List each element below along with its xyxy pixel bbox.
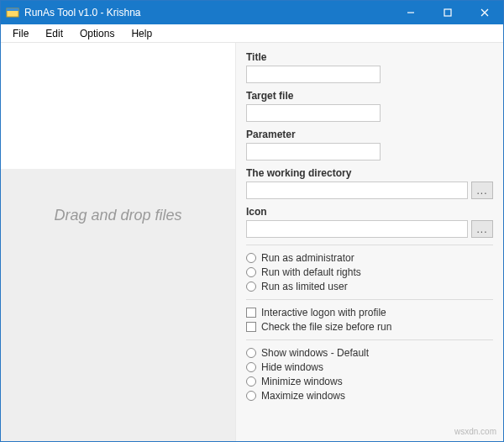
- drop-zone[interactable]: Drag and drop files: [1, 169, 235, 441]
- radio-icon: [246, 376, 256, 387]
- icon-label: Icon: [246, 206, 493, 218]
- app-icon: [6, 6, 19, 19]
- field-parameter: Parameter: [246, 129, 493, 160]
- radio-maximize-windows[interactable]: Maximize windows: [246, 390, 493, 402]
- field-target: Target file: [246, 90, 493, 122]
- parameter-input[interactable]: [246, 143, 381, 160]
- radio-icon: [246, 362, 256, 372]
- title-input[interactable]: [246, 66, 381, 83]
- svg-rect-3: [444, 9, 451, 16]
- workdir-label: The working directory: [246, 167, 493, 179]
- window-title: RunAs Tool v1.0 - Krishna: [24, 7, 392, 18]
- radio-label: Minimize windows: [261, 376, 343, 387]
- radio-label: Run with default rights: [261, 266, 361, 278]
- radio-icon: [246, 348, 256, 358]
- titlebar[interactable]: RunAs Tool v1.0 - Krishna: [1, 1, 503, 24]
- separator: [246, 245, 493, 245]
- radio-label: Run as limited user: [261, 281, 348, 292]
- radio-show-windows[interactable]: Show windows - Default: [246, 347, 493, 359]
- check-filesize[interactable]: Check the file size before run: [246, 321, 493, 333]
- radio-hide-windows[interactable]: Hide windows: [246, 361, 493, 373]
- file-list[interactable]: [1, 43, 235, 169]
- radio-icon: [246, 282, 256, 292]
- title-label: Title: [246, 51, 493, 63]
- radio-icon: [246, 267, 256, 277]
- icon-input[interactable]: [246, 220, 468, 238]
- menu-file[interactable]: File: [4, 26, 37, 41]
- field-workdir: The working directory ...: [246, 167, 493, 199]
- maximize-button[interactable]: [429, 1, 466, 24]
- svg-rect-1: [7, 8, 18, 11]
- separator: [246, 299, 493, 300]
- target-label: Target file: [246, 90, 493, 102]
- radio-run-default[interactable]: Run with default rights: [246, 266, 493, 278]
- field-icon: Icon ...: [246, 206, 493, 238]
- target-input[interactable]: [246, 104, 381, 122]
- checkbox-icon: [246, 322, 256, 332]
- workdir-browse-button[interactable]: ...: [471, 182, 493, 199]
- window-controls: [392, 1, 503, 24]
- left-pane: Drag and drop files: [1, 43, 236, 441]
- icon-browse-button[interactable]: ...: [471, 220, 493, 238]
- check-label: Interactive logon with profile: [261, 307, 386, 318]
- radio-label: Run as administrator: [261, 252, 354, 264]
- right-pane: Title Target file Parameter The working …: [236, 43, 503, 441]
- radio-icon: [246, 391, 256, 401]
- watermark: wsxdn.com: [454, 427, 496, 436]
- separator: [246, 339, 493, 340]
- radio-label: Hide windows: [261, 361, 323, 373]
- radio-run-admin[interactable]: Run as administrator: [246, 252, 493, 264]
- field-title: Title: [246, 51, 493, 83]
- workdir-input[interactable]: [246, 182, 468, 199]
- drop-hint: Drag and drop files: [54, 207, 181, 224]
- radio-label: Maximize windows: [261, 390, 345, 402]
- radio-icon: [246, 253, 256, 263]
- menu-edit[interactable]: Edit: [37, 26, 71, 41]
- app-window: RunAs Tool v1.0 - Krishna File Edit Opti…: [0, 0, 504, 442]
- menu-options[interactable]: Options: [71, 26, 123, 41]
- body: Drag and drop files Title Target file Pa…: [1, 43, 503, 441]
- checkbox-icon: [246, 308, 256, 318]
- close-button[interactable]: [466, 1, 503, 24]
- parameter-label: Parameter: [246, 129, 493, 140]
- radio-label: Show windows - Default: [261, 347, 369, 359]
- menu-help[interactable]: Help: [123, 26, 160, 41]
- radio-minimize-windows[interactable]: Minimize windows: [246, 376, 493, 387]
- menubar: File Edit Options Help: [1, 24, 503, 43]
- minimize-button[interactable]: [392, 1, 429, 24]
- check-interactive-logon[interactable]: Interactive logon with profile: [246, 307, 493, 318]
- radio-run-limited[interactable]: Run as limited user: [246, 281, 493, 292]
- check-label: Check the file size before run: [261, 321, 391, 333]
